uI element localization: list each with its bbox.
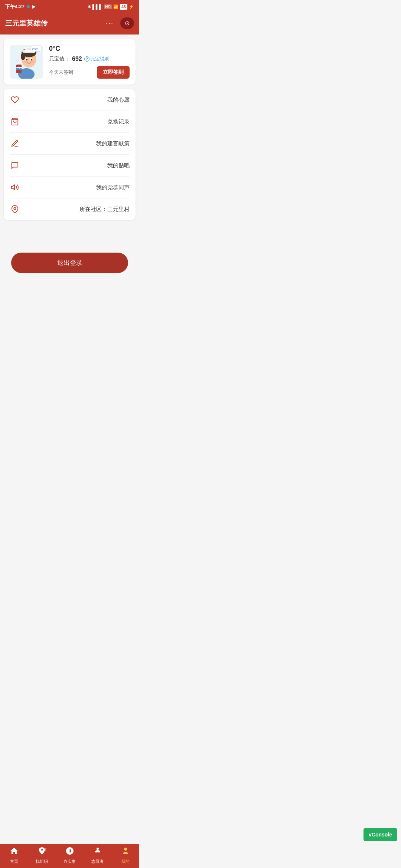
page-title: 三元里英雄传 bbox=[5, 19, 48, 28]
points-help-link[interactable]: ? 元宝说明 bbox=[84, 56, 110, 62]
points-row: 元宝值： 692 ? 元宝说明 bbox=[49, 56, 130, 62]
scan-icon: ⊙ bbox=[125, 20, 130, 27]
status-bar: 下午4:27 ▶ ✱ ▌▌▌ HD 📶 43 ⚡ bbox=[0, 0, 139, 13]
main-content: Pepsi 咚咚~ bbox=[0, 34, 139, 313]
menu-label-voice: 我的党群同声 bbox=[96, 184, 130, 191]
menu-label-community: 所在社区：三元里村 bbox=[79, 206, 130, 213]
svg-text:咚咚~: 咚咚~ bbox=[32, 47, 40, 51]
status-left: 下午4:27 ▶ bbox=[5, 3, 35, 10]
status-dot bbox=[27, 5, 30, 8]
points-value: 692 bbox=[72, 56, 82, 62]
menu-item-wish[interactable]: 我的心愿 bbox=[10, 89, 130, 111]
charge-icon: ⚡ bbox=[129, 4, 134, 9]
chat-icon bbox=[10, 161, 20, 170]
svg-text:Pepsi: Pepsi bbox=[17, 66, 22, 69]
bluetooth-icon: ✱ bbox=[88, 4, 91, 9]
checkin-button[interactable]: 立即签到 bbox=[97, 66, 130, 79]
svg-point-13 bbox=[26, 59, 27, 60]
scan-button[interactable]: ⊙ bbox=[120, 17, 134, 29]
avatar: Pepsi 咚咚~ bbox=[10, 45, 43, 79]
points-help-label: 元宝说明 bbox=[90, 56, 110, 62]
menu-item-exchange[interactable]: 兑换记录 bbox=[10, 111, 130, 133]
battery-label: 43 bbox=[120, 4, 127, 10]
pen-icon bbox=[10, 139, 20, 148]
signal-icon: ▌▌▌ bbox=[92, 4, 103, 10]
svg-point-10 bbox=[21, 53, 25, 60]
menu-item-suggestion[interactable]: 我的建言献策 bbox=[10, 133, 130, 155]
profile-card: Pepsi 咚咚~ bbox=[4, 39, 136, 85]
menu-label-suggestion: 我的建言献策 bbox=[96, 140, 130, 147]
svg-marker-23 bbox=[12, 185, 14, 190]
menu-item-community[interactable]: 所在社区：三元里村 bbox=[10, 198, 130, 220]
header-actions: ··· ⊙ bbox=[102, 17, 134, 29]
svg-rect-6 bbox=[16, 70, 22, 73]
svg-point-15 bbox=[24, 60, 27, 62]
logout-button[interactable]: 退出登录 bbox=[11, 253, 128, 273]
status-right: ✱ ▌▌▌ HD 📶 43 ⚡ bbox=[88, 4, 134, 10]
bottom-spacer bbox=[4, 279, 136, 309]
hd-icon: HD bbox=[104, 4, 111, 9]
menu-card: 我的心愿 兑换记录 bbox=[4, 89, 136, 220]
header: 三元里英雄传 ··· ⊙ bbox=[0, 13, 139, 34]
profile-name: 0°C bbox=[49, 45, 130, 53]
svg-point-14 bbox=[31, 59, 32, 60]
help-circle-icon: ? bbox=[84, 56, 89, 62]
menu-item-forum[interactable]: 我的贴吧 bbox=[10, 155, 130, 177]
location-icon bbox=[10, 205, 20, 213]
menu-label-forum: 我的贴吧 bbox=[107, 162, 130, 169]
points-label: 元宝值： bbox=[49, 56, 70, 62]
logout-area: 退出登录 bbox=[4, 247, 136, 279]
play-icon: ▶ bbox=[32, 4, 35, 9]
menu-label-wish: 我的心愿 bbox=[107, 96, 130, 103]
svg-point-24 bbox=[14, 207, 16, 210]
more-button[interactable]: ··· bbox=[102, 17, 117, 29]
bag-icon bbox=[10, 118, 20, 126]
speaker-icon bbox=[10, 183, 20, 191]
spacer bbox=[4, 224, 136, 247]
svg-point-16 bbox=[31, 60, 34, 62]
menu-item-voice[interactable]: 我的党群同声 bbox=[10, 177, 130, 198]
menu-label-exchange: 兑换记录 bbox=[107, 118, 130, 125]
heart-icon bbox=[10, 96, 20, 104]
checkin-row: 今天未签到 立即签到 bbox=[49, 66, 130, 79]
time-label: 下午4:27 bbox=[5, 3, 25, 10]
profile-info: 0°C 元宝值： 692 ? 元宝说明 今天未签到 立即签到 bbox=[49, 45, 130, 79]
checkin-status: 今天未签到 bbox=[49, 69, 73, 76]
wifi-icon: 📶 bbox=[113, 4, 118, 9]
